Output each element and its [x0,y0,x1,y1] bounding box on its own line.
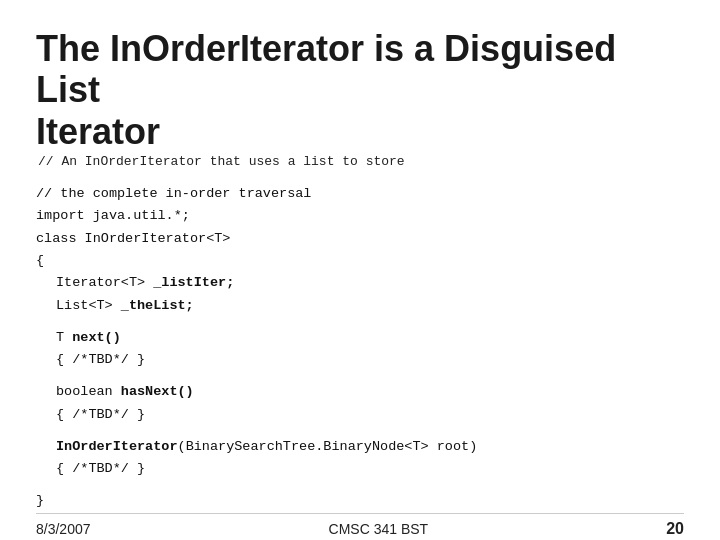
title-line2: Iterator [36,111,160,152]
code-line-12: { /*TBD*/ } [56,458,684,480]
code-line-6-pre: List<T> [56,298,121,313]
spacer-2 [36,371,684,381]
code-line-2: import java.util.*; [36,205,684,227]
code-line-11-rest: (BinarySearchTree.BinaryNode<T> root) [178,439,478,454]
footer: 8/3/2007 CMSC 341 BST 20 [36,513,684,538]
footer-date: 8/3/2007 [36,521,91,537]
spacer-3 [36,426,684,436]
footer-page: 20 [666,520,684,538]
code-line-3: class InOrderIterator<T> [36,228,684,250]
code-line-9-pre: boolean [56,384,121,399]
code-line-5: Iterator<T> _listIter; [56,272,684,294]
spacer-1 [36,317,684,327]
title-block: The InOrderIterator is a Disguised List … [36,28,684,169]
code-line-6: List<T> _theList; [56,295,684,317]
code-line-9: boolean hasNext() [56,381,684,403]
code-line-11-bold: InOrderIterator [56,439,178,454]
spacer-4 [36,480,684,490]
code-line-5-bold: _listIter; [153,275,234,290]
code-line-6-bold: _theList; [121,298,194,313]
code-line-7: T next() [56,327,684,349]
code-line-7-pre: T [56,330,72,345]
code-line-8: { /*TBD*/ } [56,349,684,371]
code-line-11: InOrderIterator(BinarySearchTree.BinaryN… [56,436,684,458]
code-line-10: { /*TBD*/ } [56,404,684,426]
title-line1: The InOrderIterator is a Disguised List [36,28,616,110]
subtitle-line: // An InOrderIterator that uses a list t… [38,154,684,169]
main-title: The InOrderIterator is a Disguised List … [36,28,684,152]
code-block: // the complete in-order traversal impor… [36,183,684,512]
code-line-13: } [36,490,684,512]
code-line-1: // the complete in-order traversal [36,183,684,205]
code-line-7-bold: next() [72,330,121,345]
slide-container: The InOrderIterator is a Disguised List … [0,0,720,540]
code-line-5-pre: Iterator<T> [56,275,153,290]
code-line-9-bold: hasNext() [121,384,194,399]
footer-course: CMSC 341 BST [329,521,429,537]
code-line-4: { [36,250,684,272]
